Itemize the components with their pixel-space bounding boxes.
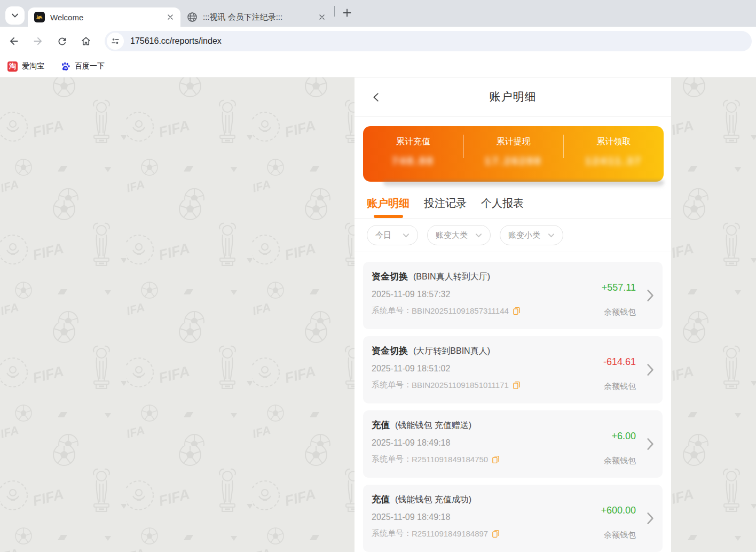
baidu-paw-icon: du (60, 61, 70, 72)
record-amount: +557.11 (602, 282, 636, 293)
record-type: 充值 (372, 494, 390, 504)
order-label: 系统单号： (372, 306, 412, 316)
account-detail-panel: 账户明细 累计充值 748.88 累计提现 17.26288 累计领取 1241… (355, 77, 671, 552)
transaction-item[interactable]: 充值(钱能钱包 充值赠送) 2025-11-09 18:49:18 系统单号：R… (363, 410, 663, 478)
back-button-panel[interactable] (369, 90, 383, 104)
bookmark-taobao[interactable]: 淘 爱淘宝 (7, 61, 44, 72)
order-label: 系统单号： (372, 454, 412, 464)
summary-total-withdraw: 累计提现 17.26288 (463, 126, 564, 182)
panel-header: 账户明细 (355, 77, 671, 116)
record-type: 充值 (372, 420, 390, 430)
record-detail: (BBIN真人转到大厅) (413, 272, 490, 281)
chevron-down-icon (11, 12, 19, 19)
record-wallet: 余额钱包 (604, 456, 636, 466)
copy-icon[interactable] (492, 530, 500, 538)
page-title: 账户明细 (490, 89, 537, 104)
order-number: BBIN202511091851011171 (412, 380, 509, 390)
tab-account-detail[interactable]: 账户明细 (367, 196, 410, 218)
site-settings-icon[interactable] (107, 33, 124, 50)
section-tabs: 账户明细 投注记录 个人报表 (355, 188, 671, 218)
tab-personal-report[interactable]: 个人报表 (481, 196, 524, 218)
filter-major-category-dropdown[interactable]: 账变大类 (427, 225, 491, 245)
back-arrow-icon (8, 35, 20, 47)
record-type: 资金切换 (372, 271, 408, 282)
chevron-right-icon (647, 289, 654, 302)
record-detail: (钱能钱包 充值赠送) (395, 421, 471, 430)
forward-button[interactable] (27, 30, 49, 52)
site-favicon-gold-emblem (34, 12, 45, 22)
filter-date-dropdown[interactable]: 今日 (367, 225, 418, 245)
record-wallet: 余额钱包 (603, 382, 636, 392)
url-text: 175616.cc/reports/index (130, 36, 222, 46)
summary-card: 累计充值 748.88 累计提现 17.26288 累计领取 12411.37 (363, 126, 664, 182)
record-amount: +6.00 (604, 431, 636, 442)
chevron-right-icon (647, 363, 654, 377)
home-button[interactable] (75, 30, 97, 52)
browser-toolbar: 175616.cc/reports/index (0, 27, 756, 56)
tab-strip: Welcome :::视讯 会员下注纪录::: (0, 0, 756, 27)
summary-total-claimed: 累计领取 12411.37 (563, 126, 664, 182)
record-amount: +600.00 (601, 505, 636, 516)
record-wallet: 余额钱包 (602, 307, 636, 317)
page-stage: FIFA (0, 77, 756, 552)
record-detail: (大厅转到BBIN真人) (413, 346, 490, 355)
record-wallet: 余额钱包 (601, 530, 636, 540)
tab-title: :::视讯 会员下注纪录::: (203, 12, 312, 22)
browser-chrome: Welcome :::视讯 会员下注纪录::: (0, 0, 756, 77)
chevron-down-icon (403, 233, 410, 238)
copy-icon[interactable] (492, 455, 500, 464)
chevron-down-icon (548, 233, 555, 238)
transaction-item[interactable]: 资金切换(BBIN真人转到大厅) 2025-11-09 18:57:32 系统单… (363, 262, 663, 329)
svg-text:du: du (64, 67, 67, 69)
order-label: 系统单号： (372, 380, 412, 390)
plus-icon (343, 9, 351, 17)
active-tab-underline (374, 215, 403, 218)
tab-bet-records[interactable]: 投注记录 (424, 196, 467, 218)
reload-icon (57, 36, 68, 47)
order-label: 系统单号： (372, 528, 412, 539)
reload-button[interactable] (51, 30, 73, 52)
masked-value: 748.88 (392, 155, 434, 167)
filter-minor-category-dropdown[interactable]: 账变小类 (500, 225, 563, 245)
tab-welcome[interactable]: Welcome (28, 7, 180, 27)
chevron-down-icon (475, 233, 482, 238)
transaction-item[interactable]: 充值(钱能钱包 充值成功) 2025-11-09 18:49:18 系统单号：R… (363, 485, 663, 552)
chevron-left-icon (371, 91, 382, 103)
address-bar[interactable]: 175616.cc/reports/index (105, 31, 752, 51)
record-amount: -614.61 (603, 356, 636, 368)
filter-row: 今日 账变大类 账变小类 (355, 219, 671, 252)
tab-search-button[interactable] (5, 6, 25, 25)
order-number: R2511091849184897 (412, 529, 488, 538)
transaction-item[interactable]: 资金切换(大厅转到BBIN真人) 2025-11-09 18:51:02 系统单… (363, 336, 663, 403)
order-number: BBIN202511091857311144 (412, 306, 509, 315)
tab-title: Welcome (50, 13, 160, 22)
home-icon (80, 35, 92, 47)
copy-icon[interactable] (513, 307, 521, 315)
close-tab-icon[interactable] (166, 12, 175, 22)
bookmarks-bar: 淘 爱淘宝 du 百度一下 (0, 56, 756, 77)
order-number: R2511091849184750 (412, 455, 488, 464)
close-tab-icon[interactable] (317, 12, 327, 22)
taobao-icon: 淘 (7, 61, 18, 72)
copy-icon[interactable] (513, 381, 521, 390)
new-tab-button[interactable] (339, 5, 355, 21)
chevron-right-icon (647, 511, 654, 525)
transaction-list: 资金切换(BBIN真人转到大厅) 2025-11-09 18:57:32 系统单… (355, 252, 671, 552)
back-button[interactable] (3, 30, 25, 52)
tab-separator (334, 6, 335, 17)
chevron-right-icon (647, 437, 654, 451)
bookmark-baidu[interactable]: du 百度一下 (60, 61, 105, 72)
globe-icon (187, 12, 198, 22)
record-type: 资金切换 (372, 346, 408, 356)
tab-betting-records[interactable]: :::视讯 会员下注纪录::: (180, 7, 332, 27)
forward-arrow-icon (32, 35, 44, 47)
summary-total-deposit: 累计充值 748.88 (363, 126, 463, 182)
record-detail: (钱能钱包 充值成功) (395, 495, 471, 504)
summary-card-shadow (383, 181, 664, 188)
masked-value: 17.26288 (485, 155, 542, 167)
masked-value: 12411.37 (585, 155, 642, 167)
